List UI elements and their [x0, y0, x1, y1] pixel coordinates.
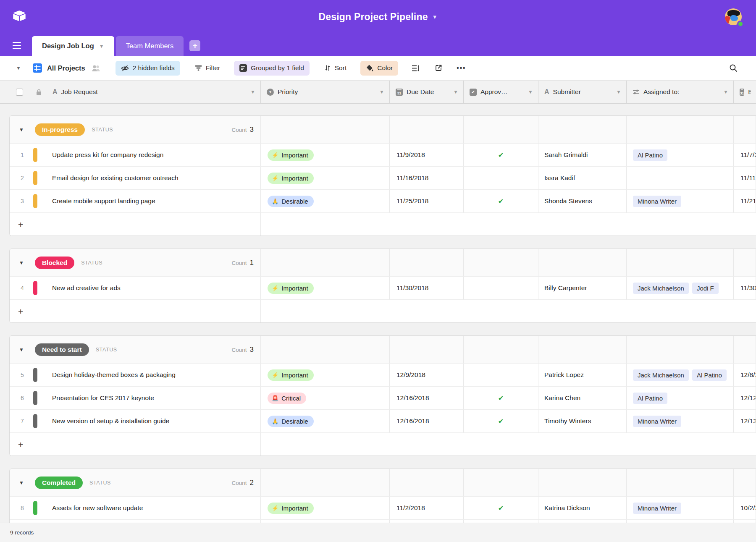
submitter-cell[interactable]: Shonda Stevens [538, 190, 627, 212]
priority-cell[interactable]: 🙏Desirable [261, 410, 390, 432]
table-row[interactable]: 7New version of setup & installation gui… [10, 409, 756, 432]
menu-icon[interactable] [13, 42, 21, 49]
group-header-cell[interactable]: ▼Need to startSTATUSCount3 [10, 336, 261, 363]
column-header-due-date[interactable]: 31 Due Date ▼ [390, 81, 464, 103]
column-header-submitter[interactable]: A Submitter ▼ [538, 81, 627, 103]
collapse-group-icon[interactable]: ▼ [19, 127, 24, 133]
submitter-cell[interactable]: Patrick Lopez [538, 364, 627, 386]
assigned-cell[interactable]: Jack MichaelsonAl Patino [627, 364, 734, 386]
assigned-cell[interactable]: Minona Writer [627, 497, 734, 519]
table-row[interactable]: 6Presentation for CES 2017 keynote🚨Criti… [10, 386, 756, 409]
assigned-cell[interactable]: Al Patino [627, 387, 734, 409]
chevron-down-icon[interactable]: ▼ [450, 89, 458, 95]
column-header-priority[interactable]: ▼ Priority ▼ [261, 81, 390, 103]
hidden-fields-button[interactable]: 2 hidden fields [116, 61, 180, 76]
user-avatar[interactable] [725, 8, 743, 26]
end-date-cell[interactable]: 12/12/2018 [734, 387, 756, 409]
airtable-logo-icon[interactable] [13, 10, 26, 21]
due-date-cell[interactable]: 11/30/2018 [390, 277, 464, 299]
job-request-cell[interactable]: 5Design holiday-themed boxes & packaging [10, 364, 261, 386]
priority-cell[interactable]: 🚨Critical [261, 387, 390, 409]
group-header-cell[interactable]: ▼In-progressSTATUSCount3 [10, 116, 261, 143]
due-date-cell[interactable]: 11/2/2018 [390, 497, 464, 519]
end-date-cell[interactable]: 12/13/2018 [734, 410, 756, 432]
priority-cell[interactable]: 🙏Desirable [261, 190, 390, 212]
priority-cell[interactable] [261, 520, 390, 523]
submitter-cell[interactable]: Timothy Winters [538, 410, 627, 432]
row-number[interactable]: 3 [16, 198, 28, 204]
chevron-down-icon[interactable]: ▼ [247, 89, 255, 95]
approved-cell[interactable]: ✔ [464, 497, 538, 519]
add-record-button[interactable]: + [10, 213, 261, 236]
assigned-cell[interactable] [627, 520, 734, 523]
submitter-cell[interactable]: Billy Carpenter [538, 277, 627, 299]
job-request-cell[interactable]: 7New version of setup & installation gui… [10, 410, 261, 432]
add-record-button[interactable]: + [10, 433, 261, 456]
tab-design-job-log[interactable]: Design Job Log ▼ [32, 36, 114, 56]
row-number[interactable]: 5 [16, 372, 28, 378]
job-request-cell[interactable]: 3Create mobile support landing page [10, 190, 261, 212]
assigned-cell[interactable]: Jack MichaelsonJodi F [627, 277, 734, 299]
column-header-end-date[interactable]: 31 E [734, 81, 756, 103]
group-status-pill[interactable]: Completed [35, 477, 83, 489]
row-number[interactable]: 4 [16, 285, 28, 291]
submitter-cell[interactable]: Sarah Grimaldi [538, 144, 627, 166]
approved-cell[interactable] [464, 364, 538, 386]
group-header-cell[interactable]: ▼BlockedSTATUSCount1 [10, 249, 261, 276]
row-number[interactable]: 2 [16, 175, 28, 181]
assigned-cell[interactable]: Minona Writer [627, 410, 734, 432]
end-date-cell[interactable]: 11/11/2018 [734, 167, 756, 189]
view-name[interactable]: All Projects [47, 64, 85, 72]
row-number[interactable]: 8 [16, 505, 28, 511]
priority-cell[interactable]: ⚡Important [261, 277, 390, 299]
approved-cell[interactable] [464, 520, 538, 523]
end-date-cell[interactable]: 11/30/2018 [734, 277, 756, 299]
row-number[interactable]: 7 [16, 418, 28, 424]
group-status-pill[interactable]: In-progress [35, 123, 85, 136]
priority-cell[interactable]: ⚡Important [261, 144, 390, 166]
collapse-group-icon[interactable]: ▼ [19, 347, 24, 353]
assigned-cell[interactable]: Minona Writer [627, 190, 734, 212]
due-date-cell[interactable]: 11/16/2018 [390, 167, 464, 189]
row-number[interactable]: 1 [16, 152, 28, 158]
table-row[interactable]: 5Design holiday-themed boxes & packaging… [10, 363, 756, 386]
chevron-down-icon[interactable]: ▼ [720, 89, 728, 95]
table-row[interactable]: 1Update press kit for company redesign⚡I… [10, 143, 756, 166]
sort-button[interactable]: Sort [319, 61, 352, 76]
column-header-job-request[interactable]: A Job Request ▼ [0, 81, 261, 103]
due-date-cell[interactable]: 11/25/2018 [390, 190, 464, 212]
priority-cell[interactable]: ⚡Important [261, 364, 390, 386]
view-sidebar-toggle-icon[interactable]: ▼ [16, 65, 21, 71]
approved-cell[interactable] [464, 277, 538, 299]
filter-button[interactable]: Filter [189, 61, 226, 76]
submitter-cell[interactable]: Katrina Dickson [538, 497, 627, 519]
collapse-group-icon[interactable]: ▼ [19, 480, 24, 486]
group-header-cell[interactable]: ▼CompletedSTATUSCount2 [10, 469, 261, 496]
approved-cell[interactable] [464, 167, 538, 189]
more-options-button[interactable]: ••• [452, 61, 470, 76]
table-row[interactable]: 3Create mobile support landing page🙏Desi… [10, 189, 756, 212]
end-date-cell[interactable] [734, 520, 756, 523]
share-view-button[interactable] [430, 61, 446, 76]
search-button[interactable] [729, 64, 738, 72]
approved-cell[interactable]: ✔ [464, 144, 538, 166]
job-request-cell[interactable]: 8Assets for new software update [10, 497, 261, 519]
row-number[interactable]: 6 [16, 395, 28, 401]
end-date-cell[interactable]: 12/8/2018 [734, 364, 756, 386]
select-all-checkbox[interactable] [16, 89, 23, 96]
assigned-cell[interactable]: Al Patino [627, 144, 734, 166]
chevron-down-icon[interactable]: ▼ [376, 89, 384, 95]
table-row[interactable]: 9 [10, 519, 756, 523]
table-row[interactable]: 4New ad creative for ads⚡Important11/30/… [10, 276, 756, 299]
submitter-cell[interactable] [538, 520, 627, 523]
group-status-pill[interactable]: Need to start [35, 343, 89, 356]
group-button[interactable]: Grouped by 1 field [234, 61, 310, 76]
job-request-cell[interactable]: 2Email design for existing customer outr… [10, 167, 261, 189]
base-title-dropdown[interactable]: Design Project Pipeline ▼ [318, 11, 437, 23]
end-date-cell[interactable]: 11/7/2018 [734, 144, 756, 166]
job-request-cell[interactable]: 4New ad creative for ads [10, 277, 261, 299]
approved-cell[interactable]: ✔ [464, 387, 538, 409]
approved-cell[interactable]: ✔ [464, 190, 538, 212]
column-header-assigned-to[interactable]: Assigned to: ▼ [627, 81, 734, 103]
due-date-cell[interactable]: 11/9/2018 [390, 144, 464, 166]
